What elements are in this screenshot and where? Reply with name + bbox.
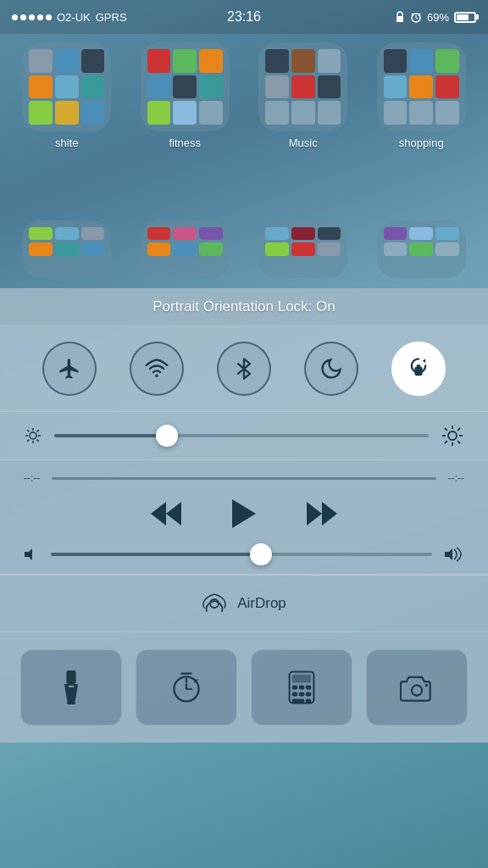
track-time-row: --:-- --:-- <box>24 472 464 484</box>
moon-icon <box>319 357 343 381</box>
svg-line-13 <box>27 440 29 442</box>
rewind-button[interactable] <box>151 502 181 529</box>
mini-app <box>409 75 433 99</box>
svg-line-12 <box>37 430 39 431</box>
battery-percent: 69% <box>427 11 449 24</box>
toggle-row <box>0 326 488 412</box>
mini-app <box>291 101 315 125</box>
svg-point-5 <box>30 432 36 439</box>
svg-line-20 <box>458 441 460 443</box>
brightness-low-icon <box>24 426 42 445</box>
playback-controls <box>24 499 464 531</box>
svg-rect-45 <box>306 686 311 690</box>
mini-app <box>409 101 433 125</box>
svg-line-11 <box>37 440 39 442</box>
folder-music[interactable]: Music <box>248 42 358 212</box>
play-button[interactable] <box>232 499 256 531</box>
fast-forward-button[interactable] <box>307 502 337 529</box>
airdrop-section[interactable]: AirDrop <box>0 575 488 632</box>
volume-fill <box>51 553 261 556</box>
mini-app <box>81 242 105 255</box>
volume-thumb[interactable] <box>250 543 272 565</box>
svg-marker-27 <box>322 502 337 526</box>
svg-marker-26 <box>307 502 322 526</box>
flashlight-button[interactable] <box>20 649 122 726</box>
mini-app <box>409 49 433 73</box>
svg-point-14 <box>448 431 457 440</box>
app-grid-row1: shite fitness Music <box>0 34 488 220</box>
volume-low-icon <box>24 547 39 562</box>
svg-point-2 <box>155 374 158 377</box>
folder-icon-shite <box>22 42 111 131</box>
mini-app <box>265 75 289 99</box>
svg-rect-49 <box>292 699 304 704</box>
svg-rect-44 <box>299 686 304 690</box>
folder-row2-2[interactable] <box>130 220 241 288</box>
orientation-lock-button[interactable] <box>391 342 446 396</box>
svg-rect-47 <box>299 693 304 697</box>
mini-app <box>384 227 408 240</box>
brightness-row <box>24 424 464 448</box>
app-grid-row2 <box>0 220 488 288</box>
mini-app <box>291 75 315 99</box>
calculator-button[interactable] <box>251 649 352 726</box>
mini-app <box>147 227 171 240</box>
folder-shopping[interactable]: shopping <box>367 42 477 212</box>
folder-icon-r2-2 <box>141 220 230 278</box>
folder-row2-4[interactable] <box>367 220 477 288</box>
airdrop-icon <box>202 591 227 616</box>
mini-app <box>291 227 315 240</box>
mini-app <box>384 49 408 73</box>
wifi-button[interactable] <box>130 342 184 396</box>
svg-rect-48 <box>306 693 311 697</box>
mini-app <box>55 242 79 255</box>
signal-dot <box>20 14 26 20</box>
mini-app <box>173 227 197 240</box>
carrier-name: O2-UK <box>57 11 91 24</box>
rotation-lock-icon <box>407 357 430 381</box>
brightness-track[interactable] <box>54 434 429 437</box>
airplane-mode-button[interactable] <box>42 342 97 396</box>
brightness-high-icon <box>441 424 464 448</box>
mini-app <box>173 49 197 73</box>
orientation-lock-banner: Portrait Orientation Lock: On <box>0 288 488 326</box>
timer-button[interactable] <box>136 649 237 726</box>
mini-app <box>384 101 408 125</box>
volume-track[interactable] <box>51 553 432 556</box>
folder-shite[interactable]: shite <box>12 42 122 212</box>
signal-dots <box>12 14 52 20</box>
bluetooth-button[interactable] <box>217 342 271 396</box>
folder-row2-1[interactable] <box>12 220 122 288</box>
svg-line-22 <box>445 441 447 443</box>
media-section: --:-- --:-- <box>0 460 488 575</box>
status-right: 69% <box>395 11 476 24</box>
mini-app <box>318 75 341 99</box>
svg-rect-0 <box>396 16 403 22</box>
do-not-disturb-button[interactable] <box>304 342 358 396</box>
volume-row <box>24 547 464 562</box>
folder-fitness[interactable]: fitness <box>130 42 241 212</box>
fast-forward-icon <box>307 502 337 526</box>
status-time: 23:16 <box>227 9 261 25</box>
mini-app <box>55 101 79 125</box>
orientation-lock-text: Portrait Orientation Lock: On <box>152 298 335 314</box>
brightness-thumb[interactable] <box>156 425 178 447</box>
bottom-tools <box>0 632 488 743</box>
folder-row2-3[interactable] <box>248 220 358 288</box>
folder-icon-r2-3 <box>258 220 347 278</box>
camera-button[interactable] <box>366 649 468 726</box>
folder-label-shite: shite <box>55 136 78 149</box>
mini-app <box>265 242 289 255</box>
signal-dot <box>12 14 18 20</box>
control-center: Portrait Orientation Lock: On <box>0 288 488 743</box>
folder-icon-r2-4 <box>377 220 466 278</box>
play-icon <box>232 499 256 528</box>
folder-icon-r2-1 <box>22 220 111 278</box>
track-progress-bar[interactable] <box>52 477 435 480</box>
mini-app <box>318 49 341 73</box>
status-left: O2-UK GPRS <box>12 11 127 24</box>
mini-app <box>81 75 105 99</box>
mini-app <box>318 227 341 240</box>
mini-app <box>29 242 53 255</box>
mini-app <box>435 227 459 240</box>
